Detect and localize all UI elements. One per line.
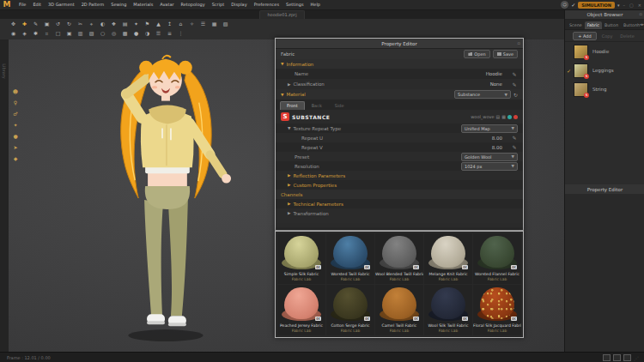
preset-dropdown[interactable]: Golden Wool▼: [461, 153, 518, 161]
redo-icon[interactable]: ↻: [64, 20, 74, 28]
avatar-tool-icon[interactable]: ▲: [154, 20, 163, 28]
tab-scene[interactable]: Scene: [567, 21, 585, 29]
substance-link-icon[interactable]: [507, 115, 512, 119]
avatar-character[interactable]: [56, 39, 270, 347]
edit-pencil-icon[interactable]: ✎: [511, 135, 518, 141]
refresh-icon[interactable]: ↻: [513, 92, 518, 98]
sphere-tool-icon[interactable]: ◐: [98, 20, 107, 28]
move-tool-icon[interactable]: ✚: [20, 20, 29, 28]
fabric-swatch-card[interactable]: 4KCamel Twill FabricFabric Lab: [375, 285, 423, 335]
simulation-dropdown-icon[interactable]: ▾: [617, 3, 620, 8]
menu-item-3d-garment[interactable]: 3D Garment: [45, 0, 78, 9]
filled-square-tool-icon[interactable]: ▣: [64, 29, 74, 38]
rectangle-tool-icon[interactable]: ▣: [42, 20, 52, 28]
more-tools-icon[interactable]: ⋮: [176, 29, 185, 38]
fabric-swatch-card[interactable]: 4KCotton Serge FabricFabric Lab: [326, 285, 374, 335]
diamond-tool-icon[interactable]: ◆: [10, 154, 21, 163]
scissors-tool-icon[interactable]: ✂: [76, 20, 85, 28]
menu-item-help[interactable]: Help: [307, 0, 324, 9]
asterisk-tool-icon[interactable]: ✱: [31, 29, 40, 38]
undo-icon[interactable]: ↺: [53, 20, 63, 28]
layout-3d-icon[interactable]: [613, 354, 621, 361]
menu-item-sewing[interactable]: Sewing: [107, 0, 130, 9]
menu-item-edit[interactable]: Edit: [29, 0, 45, 9]
tab-fabric[interactable]: Fabric: [585, 21, 602, 29]
view-list-icon[interactable]: ▤: [496, 114, 501, 119]
object-item-leggings[interactable]: ✓Leggings: [565, 61, 644, 80]
collapse-arrow-icon[interactable]: ▼: [288, 126, 290, 130]
edit-pencil-icon[interactable]: ✎: [511, 71, 518, 77]
tab-back[interactable]: Back: [306, 102, 328, 110]
copy-button[interactable]: Copy: [599, 33, 616, 39]
female-avatar-tool-icon[interactable]: ♀: [10, 99, 21, 107]
open-button[interactable]: Open: [464, 50, 489, 58]
menu-item-avatar[interactable]: Avatar: [156, 0, 177, 9]
tab-button[interactable]: Button: [602, 21, 621, 29]
layers-tool-icon[interactable]: ▤: [120, 20, 130, 28]
expand-arrow-icon[interactable]: ▶: [288, 82, 290, 87]
edit-pencil-icon[interactable]: ✎: [511, 144, 518, 150]
gizmo-tool-icon[interactable]: ❖: [109, 20, 118, 28]
fabric-swatch-card[interactable]: 4KPeached Jersey FabricFabric Lab: [277, 285, 325, 335]
tab-scroll-arrows-icon[interactable]: ◂▸: [640, 21, 644, 27]
stripes-tool-icon[interactable]: ▥: [76, 29, 85, 38]
resolution-dropdown[interactable]: 1024 px▼: [461, 162, 518, 171]
fabric-swatch-card[interactable]: 4KWorsted Twill FabricFabric Lab: [326, 233, 374, 284]
simulation-button[interactable]: SIMULATION: [578, 2, 615, 9]
panel-options-icon[interactable]: ▫: [518, 40, 520, 46]
layout-2d-icon[interactable]: [603, 354, 611, 361]
technical-parameters-row[interactable]: ▶Technical Parameters: [276, 199, 523, 208]
fabric-swatch-card[interactable]: 4KSimple Silk FabricFabric Lab: [277, 233, 325, 284]
save-button[interactable]: Save: [493, 50, 518, 58]
texture-repeat-dropdown[interactable]: Unified Map▼: [461, 124, 518, 133]
tab-side[interactable]: Side: [329, 102, 350, 110]
menu-item-display[interactable]: Display: [228, 0, 250, 9]
add-button[interactable]: + Add: [573, 32, 596, 40]
square-tool-icon[interactable]: □: [53, 29, 63, 38]
menu-item-settings[interactable]: Settings: [283, 0, 307, 9]
menu-item-2d-pattern[interactable]: 2D Pattern: [78, 0, 108, 9]
star-tool-icon[interactable]: ✧: [187, 20, 197, 28]
fabric-swatch-card[interactable]: 4KWool Silk Twill FabricFabric Lab: [424, 285, 472, 335]
information-section-header[interactable]: ▼ Information: [276, 59, 523, 69]
male-avatar-tool-icon[interactable]: ♂: [10, 110, 21, 118]
select-tool-icon[interactable]: ✥: [9, 20, 18, 28]
menu-item-retopology[interactable]: Retopology: [178, 0, 209, 9]
grid-tool-icon[interactable]: ▦: [210, 20, 219, 28]
hash-tool-icon[interactable]: ⌗: [42, 29, 52, 38]
pin-tool-icon[interactable]: ⌖: [87, 20, 96, 28]
fabric-swatch-card[interactable]: 4KFloral Silk Jacquard FabricFabric Lab: [473, 285, 521, 335]
pen-tool-icon[interactable]: ✎: [31, 20, 40, 28]
project-file-tab[interactable]: hoodie01.zprj: [259, 10, 304, 19]
bars-tool-icon[interactable]: ☰: [154, 29, 163, 38]
tab-front[interactable]: Front: [280, 101, 305, 110]
delete-button[interactable]: Delete: [617, 33, 636, 39]
sparkle-tool-icon[interactable]: ✦: [131, 20, 141, 28]
transformation-row[interactable]: ▶Transformation: [276, 208, 523, 218]
show-avatar-tool-icon[interactable]: ☻: [10, 87, 21, 96]
menu-item-script[interactable]: Script: [209, 0, 228, 9]
restore-icon[interactable]: ▢: [629, 3, 635, 8]
hatch-tool-icon[interactable]: ▧: [221, 20, 230, 28]
tab-buttonhole[interactable]: Buttonhole: [621, 21, 640, 29]
fabric-swatch-card[interactable]: 4KWorsted Flannel FabricFabric Lab: [473, 233, 521, 284]
substance-remove-icon[interactable]: [513, 115, 518, 119]
bullseye-tool-icon[interactable]: ◎: [109, 29, 118, 38]
raise-tool-icon[interactable]: ↥: [165, 20, 174, 28]
view-grid-icon[interactable]: ▦: [501, 114, 506, 119]
circle-tool-icon[interactable]: ◉: [9, 29, 18, 38]
channels-section-header[interactable]: Channels: [276, 190, 523, 199]
flag-tool-icon[interactable]: ⚑: [143, 20, 152, 28]
material-type-dropdown[interactable]: Substance▼: [454, 90, 511, 99]
list-tool-icon[interactable]: ☰: [198, 20, 208, 28]
dot-tool-icon[interactable]: ●: [10, 132, 21, 141]
property-editor-title-bar[interactable]: Property Editor ▫: [276, 39, 523, 49]
reflection-parameters-row[interactable]: ▶Reflection Parameters: [276, 171, 523, 180]
home-view-icon[interactable]: ⌂: [176, 20, 185, 28]
fabric-swatch-card[interactable]: 4KWool Blended Twill FabricFabric Lab: [375, 233, 423, 284]
custom-properties-row[interactable]: ▶Custom Properties: [276, 180, 523, 190]
dot-tool-icon[interactable]: ●: [131, 29, 141, 38]
ring-tool-icon[interactable]: ○: [98, 29, 107, 38]
menu-item-file[interactable]: File: [15, 0, 29, 9]
object-browser-title-bar[interactable]: Object Browser ▫: [565, 9, 644, 20]
